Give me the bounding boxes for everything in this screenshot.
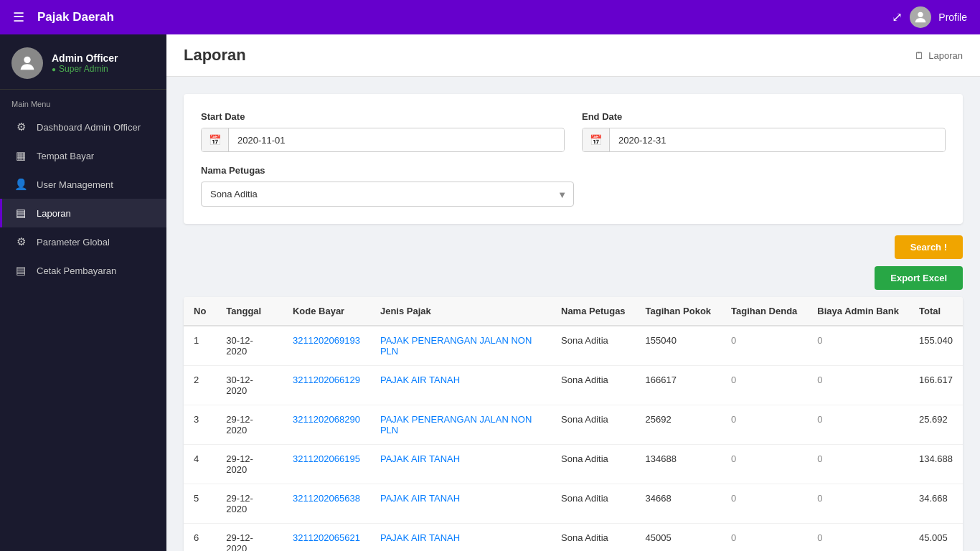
topnav: ☰ Pajak Daerah ⤢ Profile (0, 0, 980, 34)
cell-kode-bayar[interactable]: 3211202068290 (283, 405, 370, 445)
topnav-left: ☰ Pajak Daerah (13, 9, 114, 25)
table-row: 2 30-12-2020 3211202066129 PAJAK AIR TAN… (184, 366, 963, 405)
export-button-row: Export Excel (184, 266, 963, 290)
cell-nama-petugas: Sona Aditia (551, 405, 636, 445)
petugas-select[interactable]: Sona Aditia Budi Santoso Dewi Lestari (201, 182, 574, 207)
cell-no: 3 (184, 405, 216, 445)
cell-total: 25.692 (909, 405, 963, 445)
sidebar-item-label: Dashboard Admin Officer (37, 122, 141, 133)
page-title: Laporan (184, 46, 246, 65)
sidebar-item-dashboard[interactable]: ⚙ Dashboard Admin Officer (0, 113, 166, 141)
col-biaya-admin: Biaya Admin Bank (807, 297, 909, 326)
cell-tagihan-denda: 0 (721, 445, 807, 484)
content-area: Start Date 📅 End Date 📅 (166, 77, 980, 551)
col-tagihan-pokok: Tagihan Pokok (636, 297, 722, 326)
breadcrumb: 🗒 Laporan (915, 50, 963, 61)
main-content: Laporan 🗒 Laporan Start Date 📅 (166, 34, 980, 551)
cell-no: 4 (184, 445, 216, 484)
app-title: Pajak Daerah (37, 10, 114, 24)
end-date-group: End Date 📅 (582, 111, 946, 152)
cell-kode-bayar[interactable]: 3211202066195 (283, 445, 370, 484)
sidebar-item-parameter-global[interactable]: ⚙ Parameter Global (0, 227, 166, 256)
cetak-icon: ▤ (14, 264, 28, 277)
cell-tanggal: 30-12-2020 (216, 326, 283, 366)
cell-biaya-admin: 0 (807, 524, 909, 552)
sidebar-user-info: Admin Officer Super Admin (52, 52, 118, 74)
sidebar-menu-label: Main Menu (0, 90, 166, 113)
svg-point-1 (24, 57, 30, 63)
col-no: No (184, 297, 216, 326)
table-row: 4 29-12-2020 3211202066195 PAJAK AIR TAN… (184, 445, 963, 484)
cell-tagihan-pokok: 166617 (636, 366, 722, 405)
cell-no: 2 (184, 366, 216, 405)
cell-nama-petugas: Sona Aditia (551, 366, 636, 405)
button-row: Search ! (184, 235, 963, 259)
cell-tagihan-pokok: 45005 (636, 524, 722, 552)
cell-jenis-pajak[interactable]: PAJAK AIR TANAH (370, 484, 551, 524)
cell-biaya-admin: 0 (807, 326, 909, 366)
sidebar-item-label: User Management (37, 179, 113, 190)
cell-no: 5 (184, 484, 216, 524)
cell-total: 34.668 (909, 484, 963, 524)
topnav-right: ⤢ Profile (892, 6, 967, 28)
sidebar-item-laporan[interactable]: ▤ Laporan (0, 199, 166, 227)
sidebar-item-user-management[interactable]: 👤 User Management (0, 170, 166, 199)
export-button[interactable]: Export Excel (875, 266, 963, 290)
sidebar-item-label: Cetak Pembayaran (37, 265, 116, 276)
breadcrumb-icon: 🗒 (915, 50, 924, 61)
start-date-input[interactable] (229, 129, 564, 151)
start-date-group: Start Date 📅 (201, 111, 565, 152)
laporan-icon: ▤ (14, 207, 28, 220)
sidebar-item-cetak-pembayaran[interactable]: ▤ Cetak Pembayaran (0, 256, 166, 285)
search-button[interactable]: Search ! (895, 235, 963, 259)
cell-jenis-pajak[interactable]: PAJAK AIR TANAH (370, 524, 551, 552)
cell-jenis-pajak[interactable]: PAJAK PENERANGAN JALAN NON PLN (370, 326, 551, 366)
cell-tagihan-pokok: 25692 (636, 405, 722, 445)
cell-jenis-pajak[interactable]: PAJAK AIR TANAH (370, 445, 551, 484)
cell-kode-bayar[interactable]: 3211202065638 (283, 484, 370, 524)
cell-biaya-admin: 0 (807, 366, 909, 405)
table-row: 3 29-12-2020 3211202068290 PAJAK PENERAN… (184, 405, 963, 445)
cell-biaya-admin: 0 (807, 405, 909, 445)
cell-jenis-pajak[interactable]: PAJAK AIR TANAH (370, 366, 551, 405)
cell-kode-bayar[interactable]: 3211202066129 (283, 366, 370, 405)
cell-nama-petugas: Sona Aditia (551, 484, 636, 524)
cell-kode-bayar[interactable]: 3211202065621 (283, 524, 370, 552)
table-card: No Tanggal Kode Bayar Jenis Pajak Nama P… (184, 297, 963, 551)
breadcrumb-label: Laporan (928, 50, 963, 61)
profile-link[interactable]: Profile (938, 11, 967, 23)
cell-tanggal: 29-12-2020 (216, 445, 283, 484)
col-jenis-pajak: Jenis Pajak (370, 297, 551, 326)
user-management-icon: 👤 (14, 178, 28, 191)
hamburger-icon[interactable]: ☰ (13, 9, 24, 25)
table-row: 5 29-12-2020 3211202065638 PAJAK AIR TAN… (184, 484, 963, 524)
cell-biaya-admin: 0 (807, 484, 909, 524)
page-header: Laporan 🗒 Laporan (166, 34, 980, 77)
cell-nama-petugas: Sona Aditia (551, 445, 636, 484)
cell-total: 45.005 (909, 524, 963, 552)
col-total: Total (909, 297, 963, 326)
avatar (910, 6, 931, 28)
col-tagihan-denda: Tagihan Denda (721, 297, 807, 326)
sidebar-item-label: Tempat Bayar (37, 151, 94, 161)
cell-total: 134.688 (909, 445, 963, 484)
cell-nama-petugas: Sona Aditia (551, 326, 636, 366)
calendar-icon-end: 📅 (583, 128, 610, 151)
cell-kode-bayar[interactable]: 3211202069193 (283, 326, 370, 366)
user-role: Super Admin (52, 64, 118, 74)
end-date-input[interactable] (610, 129, 945, 151)
cell-tanggal: 29-12-2020 (216, 524, 283, 552)
start-date-label: Start Date (201, 111, 565, 122)
cell-tagihan-pokok: 155040 (636, 326, 722, 366)
sidebar-item-tempat-bayar[interactable]: ▦ Tempat Bayar (0, 141, 166, 170)
expand-icon[interactable]: ⤢ (892, 9, 903, 25)
table-header-row: No Tanggal Kode Bayar Jenis Pajak Nama P… (184, 297, 963, 326)
svg-point-0 (918, 12, 923, 17)
cell-tagihan-denda: 0 (721, 366, 807, 405)
tempat-bayar-icon: ▦ (14, 149, 28, 162)
cell-total: 166.617 (909, 366, 963, 405)
parameter-icon: ⚙ (14, 235, 28, 248)
table-row: 6 29-12-2020 3211202065621 PAJAK AIR TAN… (184, 524, 963, 552)
cell-jenis-pajak[interactable]: PAJAK PENERANGAN JALAN NON PLN (370, 405, 551, 445)
sidebar: Admin Officer Super Admin Main Menu ⚙ Da… (0, 34, 166, 551)
